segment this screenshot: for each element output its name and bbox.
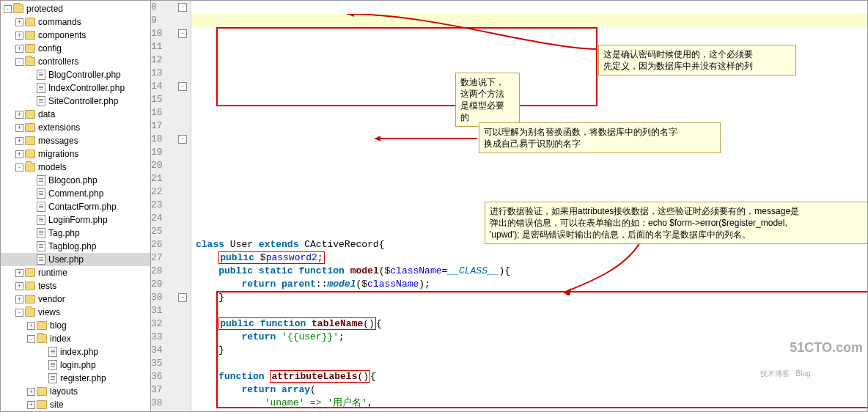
tree-item-indexcontroller-php[interactable]: IndexController.php bbox=[1, 81, 150, 95]
code-fold-icon[interactable]: - bbox=[178, 82, 187, 91]
line-number: 35 bbox=[151, 357, 167, 370]
gutter-line: 26 bbox=[151, 238, 187, 251]
fold-spacer bbox=[178, 254, 187, 262]
tree-item-extensions[interactable]: +extensions bbox=[1, 121, 150, 134]
code-fold-icon[interactable]: - bbox=[178, 293, 187, 302]
expand-icon[interactable]: + bbox=[15, 282, 23, 290]
expand-icon[interactable]: + bbox=[27, 322, 35, 330]
tree-item-tagblog-php[interactable]: Tagblog.php bbox=[1, 240, 150, 253]
expand-icon[interactable]: + bbox=[15, 137, 23, 145]
gutter-line: 31 bbox=[151, 304, 187, 317]
tree-label: IndexController.php bbox=[48, 83, 125, 93]
tree-item-blogcon-php[interactable]: Blogcon.php bbox=[1, 174, 150, 187]
tree-item-login-php[interactable]: login.php bbox=[1, 358, 150, 372]
tree-item-index-php[interactable]: index.php bbox=[1, 345, 150, 358]
expand-icon[interactable]: + bbox=[15, 18, 23, 26]
tree-item-blogcontroller-php[interactable]: BlogController.php bbox=[1, 68, 150, 81]
collapse-icon[interactable]: - bbox=[15, 58, 23, 66]
line-number: 27 bbox=[151, 251, 167, 265]
tree-spacer bbox=[27, 190, 35, 198]
tree-item-data[interactable]: +data bbox=[1, 108, 150, 121]
tree-item-loginform-php[interactable]: LoginForm.php bbox=[1, 213, 150, 227]
line-number: 20 bbox=[151, 159, 167, 172]
tree-item-sitecontroller-php[interactable]: SiteController.php bbox=[1, 95, 150, 108]
code-area[interactable]: 这是确认密码时候使用的，这个必须要 先定义，因为数据库中并没有这样的列 数迪说下… bbox=[191, 1, 867, 411]
expand-icon[interactable]: + bbox=[15, 111, 23, 119]
tree-item-layouts[interactable]: +layouts bbox=[1, 385, 150, 398]
tree-item-vendor[interactable]: +vendor bbox=[1, 293, 150, 306]
line-number: 38 bbox=[151, 397, 167, 410]
tree-spacer bbox=[39, 361, 47, 369]
expand-icon[interactable]: + bbox=[27, 401, 35, 409]
fold-spacer bbox=[178, 320, 187, 328]
line-number: 21 bbox=[151, 172, 167, 185]
line-number: 22 bbox=[151, 185, 167, 199]
line-number: 15 bbox=[151, 93, 167, 106]
expand-icon[interactable]: + bbox=[15, 269, 23, 277]
expand-icon[interactable]: + bbox=[27, 388, 35, 396]
tree-label: models bbox=[38, 162, 67, 172]
tree-item-migrations[interactable]: +migrations bbox=[1, 147, 150, 161]
code-line[interactable]: public static function model($className=… bbox=[196, 265, 867, 278]
fold-spacer bbox=[178, 161, 187, 170]
folder-icon bbox=[25, 44, 35, 53]
tree-item-messages[interactable]: +messages bbox=[1, 134, 150, 147]
collapse-icon[interactable]: - bbox=[4, 5, 12, 13]
tree-item-tests[interactable]: +tests bbox=[1, 279, 150, 293]
code-line[interactable]: public $password2; bbox=[196, 251, 867, 265]
svg-marker-1 bbox=[375, 136, 380, 141]
gutter-line: 23 bbox=[151, 199, 187, 212]
code-line[interactable] bbox=[196, 304, 867, 317]
line-number: 14 bbox=[151, 80, 167, 93]
line-number: 9 bbox=[151, 14, 161, 27]
gutter-line: 30- bbox=[151, 291, 187, 304]
code-line[interactable]: return parent::model($className); bbox=[196, 278, 867, 291]
tree-label: controllers bbox=[38, 56, 78, 67]
tree-item-views[interactable]: -views bbox=[1, 306, 150, 319]
collapse-icon[interactable]: - bbox=[27, 335, 35, 343]
file-icon bbox=[37, 241, 45, 251]
fold-spacer bbox=[178, 346, 187, 355]
tree-item-models[interactable]: -models bbox=[1, 161, 150, 174]
code-line[interactable]: } bbox=[196, 291, 867, 304]
collapse-icon[interactable]: - bbox=[15, 309, 23, 317]
tree-item-controllers[interactable]: -controllers bbox=[1, 55, 150, 68]
tree-item-components[interactable]: +components bbox=[1, 29, 150, 42]
tree-item-comment-php[interactable]: Comment.php bbox=[1, 187, 150, 200]
gutter-line: 22 bbox=[151, 185, 187, 199]
expand-icon[interactable]: + bbox=[15, 45, 23, 53]
tree-item-site[interactable]: +site bbox=[1, 398, 150, 411]
tree-item-tag-php[interactable]: Tag.php bbox=[1, 227, 150, 240]
tree-item-config[interactable]: +config bbox=[1, 42, 150, 55]
tree-item-register-php[interactable]: register.php bbox=[1, 372, 150, 385]
expand-icon[interactable]: + bbox=[15, 295, 23, 304]
line-number: 10 bbox=[151, 27, 167, 40]
folder-icon bbox=[25, 31, 35, 40]
expand-icon[interactable]: + bbox=[15, 124, 23, 132]
tree-item-index[interactable]: -index bbox=[1, 332, 150, 345]
tree-item-protected[interactable]: -protected bbox=[1, 2, 150, 15]
code-editor[interactable]: 8-910-11121314-15161718-1920212223242526… bbox=[151, 1, 867, 411]
file-icon bbox=[37, 228, 45, 238]
expand-icon[interactable]: + bbox=[15, 32, 23, 40]
expand-icon[interactable]: + bbox=[15, 150, 23, 158]
gutter-line: 17 bbox=[151, 119, 187, 133]
file-icon bbox=[48, 347, 57, 357]
code-fold-icon[interactable]: - bbox=[178, 29, 187, 38]
tree-item-blog[interactable]: +blog bbox=[1, 319, 150, 332]
gutter-line: 27 bbox=[151, 251, 187, 265]
folder-icon bbox=[37, 321, 47, 330]
code-line[interactable]: 'upwd'=>'密码', bbox=[196, 410, 867, 411]
code-fold-icon[interactable]: - bbox=[178, 135, 187, 144]
tree-item-contactform-php[interactable]: ContactForm.php bbox=[1, 200, 150, 213]
tree-spacer bbox=[27, 229, 35, 238]
code-fold-icon[interactable]: - bbox=[178, 3, 187, 12]
tree-label: commands bbox=[38, 17, 81, 27]
tree-item-user-php[interactable]: User.php bbox=[1, 253, 150, 266]
tree-item-runtime[interactable]: +runtime bbox=[1, 266, 150, 279]
project-tree[interactable]: -protected+commands+components+config-co… bbox=[1, 1, 151, 411]
tree-item-commands[interactable]: +commands bbox=[1, 15, 150, 29]
collapse-icon[interactable]: - bbox=[15, 163, 23, 172]
tree-label: protected bbox=[26, 4, 63, 14]
file-icon bbox=[37, 83, 45, 93]
